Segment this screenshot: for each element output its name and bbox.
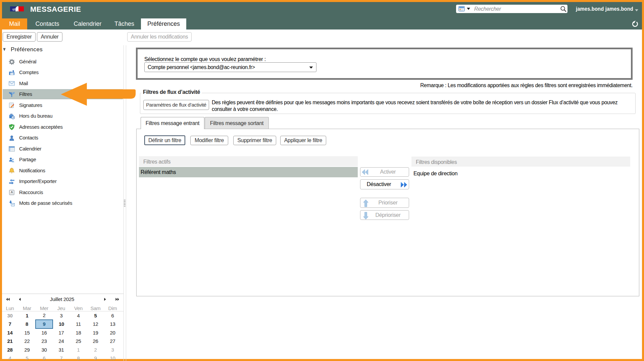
svg-text:A: A [11, 191, 13, 194]
